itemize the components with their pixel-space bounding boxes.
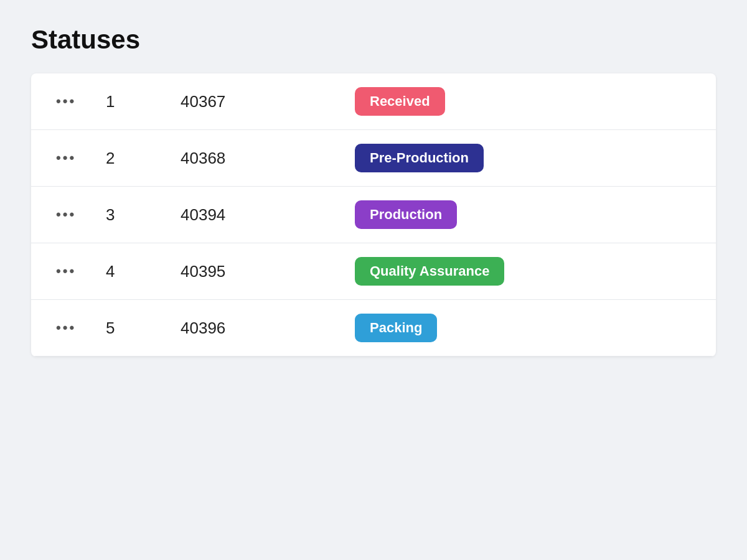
status-badge[interactable]: Received [355, 87, 445, 116]
table-row: ••• 2 40368 Pre-Production [31, 130, 716, 187]
statuses-table: ••• 1 40367 Received ••• 2 40368 Pre-Pro… [31, 73, 716, 357]
row-status-cell: Quality Assurance [355, 257, 691, 286]
table-row: ••• 4 40395 Quality Assurance [31, 243, 716, 300]
row-number: 40368 [181, 149, 355, 168]
table-row: ••• 5 40396 Packing [31, 300, 716, 357]
row-status-cell: Received [355, 87, 691, 116]
row-dots[interactable]: ••• [56, 150, 106, 166]
row-dots[interactable]: ••• [56, 263, 106, 279]
status-badge[interactable]: Packing [355, 314, 437, 342]
row-index: 2 [106, 149, 181, 168]
row-number: 40396 [181, 319, 355, 338]
page-title: Statuses [31, 25, 716, 55]
table-row: ••• 1 40367 Received [31, 73, 716, 130]
row-status-cell: Production [355, 200, 691, 229]
row-index: 4 [106, 262, 181, 281]
row-index: 5 [106, 319, 181, 338]
row-dots[interactable]: ••• [56, 207, 106, 223]
row-index: 3 [106, 205, 181, 225]
row-dots[interactable]: ••• [56, 93, 106, 110]
status-badge[interactable]: Production [355, 200, 457, 229]
row-index: 1 [106, 92, 181, 111]
row-number: 40394 [181, 205, 355, 225]
table-row: ••• 3 40394 Production [31, 187, 716, 243]
row-number: 40395 [181, 262, 355, 281]
row-status-cell: Pre-Production [355, 144, 691, 172]
row-dots[interactable]: ••• [56, 320, 106, 336]
status-badge[interactable]: Pre-Production [355, 144, 484, 172]
status-badge[interactable]: Quality Assurance [355, 257, 504, 286]
row-number: 40367 [181, 92, 355, 111]
row-status-cell: Packing [355, 314, 691, 342]
